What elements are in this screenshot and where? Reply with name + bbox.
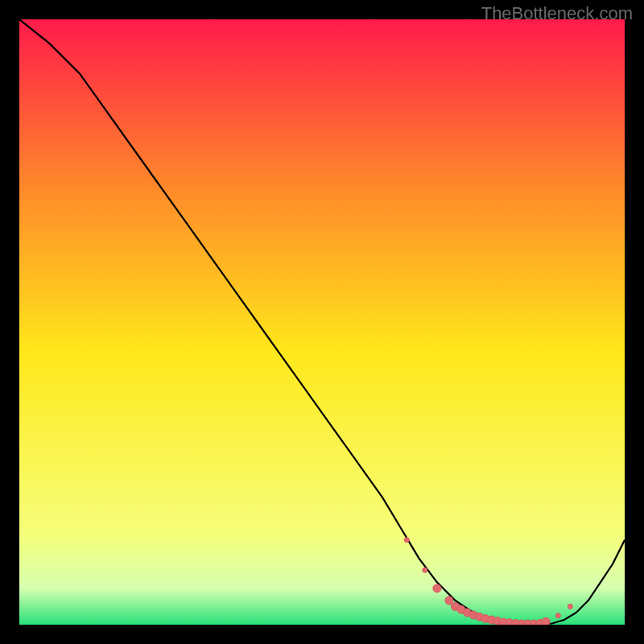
highlight-dot (433, 584, 441, 592)
highlight-dot (404, 538, 409, 543)
watermark-text: TheBottleneck.com (481, 3, 633, 24)
highlight-dot (423, 568, 427, 572)
gradient-background (19, 19, 625, 625)
highlight-dot (555, 613, 560, 618)
plot-area (19, 19, 625, 625)
highlight-dot (542, 617, 550, 625)
chart-svg (19, 19, 625, 625)
highlight-dot (568, 604, 572, 609)
chart-frame: TheBottleneck.com (0, 0, 644, 644)
highlight-dot (445, 597, 453, 605)
